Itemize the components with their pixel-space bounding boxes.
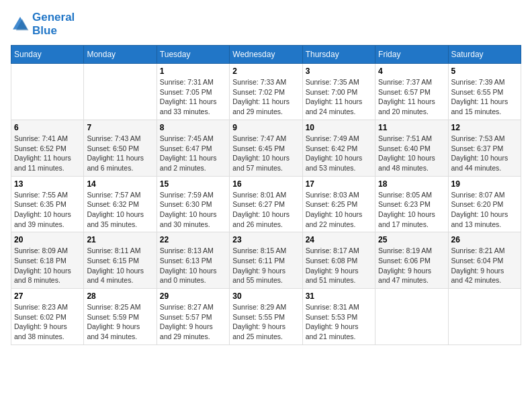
calendar-cell: 28Sunrise: 8:25 AM Sunset: 5:59 PM Dayli…	[84, 289, 157, 345]
day-info: Sunrise: 7:31 AM Sunset: 7:05 PM Dayligh…	[160, 77, 226, 117]
day-number: 11	[378, 123, 445, 132]
calendar-cell: 19Sunrise: 8:07 AM Sunset: 6:20 PM Dayli…	[448, 176, 521, 232]
day-info: Sunrise: 7:39 AM Sunset: 6:55 PM Dayligh…	[451, 77, 518, 117]
calendar-cell: 13Sunrise: 7:55 AM Sunset: 6:35 PM Dayli…	[11, 176, 84, 232]
day-info: Sunrise: 8:29 AM Sunset: 5:55 PM Dayligh…	[232, 302, 299, 342]
day-info: Sunrise: 8:27 AM Sunset: 5:57 PM Dayligh…	[160, 302, 226, 342]
calendar-cell: 25Sunrise: 8:19 AM Sunset: 6:06 PM Dayli…	[375, 232, 448, 289]
calendar-cell: 2Sunrise: 7:33 AM Sunset: 7:02 PM Daylig…	[230, 64, 302, 120]
day-number: 6	[14, 123, 81, 132]
day-info: Sunrise: 7:41 AM Sunset: 6:52 PM Dayligh…	[14, 134, 81, 173]
calendar-cell: 7Sunrise: 7:43 AM Sunset: 6:50 PM Daylig…	[84, 120, 157, 176]
day-number: 12	[451, 123, 518, 132]
day-info: Sunrise: 7:47 AM Sunset: 6:45 PM Dayligh…	[232, 134, 299, 173]
calendar-cell: 4Sunrise: 7:37 AM Sunset: 6:57 PM Daylig…	[375, 64, 448, 120]
header-day-tuesday: Tuesday	[157, 46, 229, 64]
header-day-saturday: Saturday	[448, 46, 521, 64]
day-number: 23	[232, 235, 299, 244]
day-info: Sunrise: 7:37 AM Sunset: 6:57 PM Dayligh…	[378, 77, 445, 117]
day-number: 2	[232, 66, 299, 76]
day-info: Sunrise: 8:19 AM Sunset: 6:06 PM Dayligh…	[378, 246, 445, 285]
calendar-cell: 30Sunrise: 8:29 AM Sunset: 5:55 PM Dayli…	[230, 289, 302, 345]
day-number: 24	[306, 235, 372, 244]
day-info: Sunrise: 8:25 AM Sunset: 5:59 PM Dayligh…	[87, 302, 153, 342]
day-info: Sunrise: 8:15 AM Sunset: 6:11 PM Dayligh…	[232, 246, 299, 285]
day-info: Sunrise: 7:51 AM Sunset: 6:40 PM Dayligh…	[378, 134, 445, 173]
day-number: 7	[87, 123, 153, 132]
day-number: 16	[232, 179, 299, 189]
calendar-cell: 27Sunrise: 8:23 AM Sunset: 6:02 PM Dayli…	[11, 289, 84, 345]
week-row-2: 6Sunrise: 7:41 AM Sunset: 6:52 PM Daylig…	[11, 120, 521, 176]
day-info: Sunrise: 8:17 AM Sunset: 6:08 PM Dayligh…	[306, 246, 372, 285]
calendar-cell: 20Sunrise: 8:09 AM Sunset: 6:18 PM Dayli…	[11, 232, 84, 289]
day-info: Sunrise: 8:23 AM Sunset: 6:02 PM Dayligh…	[14, 302, 81, 342]
day-info: Sunrise: 8:21 AM Sunset: 6:04 PM Dayligh…	[451, 246, 518, 285]
calendar-cell: 3Sunrise: 7:35 AM Sunset: 7:00 PM Daylig…	[302, 64, 375, 120]
calendar-cell: 26Sunrise: 8:21 AM Sunset: 6:04 PM Dayli…	[448, 232, 521, 289]
day-info: Sunrise: 8:03 AM Sunset: 6:25 PM Dayligh…	[306, 190, 372, 230]
day-number: 1	[160, 66, 226, 76]
day-number: 26	[451, 235, 518, 244]
day-number: 9	[232, 123, 299, 132]
day-number: 21	[87, 235, 153, 244]
day-info: Sunrise: 7:33 AM Sunset: 7:02 PM Dayligh…	[232, 77, 299, 117]
day-number: 28	[87, 291, 153, 301]
day-number: 19	[451, 179, 518, 189]
week-row-5: 27Sunrise: 8:23 AM Sunset: 6:02 PM Dayli…	[11, 289, 521, 345]
calendar-cell: 14Sunrise: 7:57 AM Sunset: 6:32 PM Dayli…	[84, 176, 157, 232]
calendar-cell	[84, 64, 157, 120]
day-info: Sunrise: 8:31 AM Sunset: 5:53 PM Dayligh…	[306, 302, 372, 342]
header-day-monday: Monday	[84, 46, 157, 64]
day-number: 25	[378, 235, 445, 244]
calendar-cell: 23Sunrise: 8:15 AM Sunset: 6:11 PM Dayli…	[230, 232, 302, 289]
day-number: 3	[306, 66, 372, 76]
calendar-cell: 18Sunrise: 8:05 AM Sunset: 6:23 PM Dayli…	[375, 176, 448, 232]
day-number: 8	[160, 123, 226, 132]
calendar-cell: 29Sunrise: 8:27 AM Sunset: 5:57 PM Dayli…	[157, 289, 229, 345]
calendar-cell: 15Sunrise: 7:59 AM Sunset: 6:30 PM Dayli…	[157, 176, 229, 232]
calendar-cell: 17Sunrise: 8:03 AM Sunset: 6:25 PM Dayli…	[302, 176, 375, 232]
calendar-cell: 9Sunrise: 7:47 AM Sunset: 6:45 PM Daylig…	[230, 120, 302, 176]
header-day-thursday: Thursday	[302, 46, 375, 64]
day-info: Sunrise: 7:43 AM Sunset: 6:50 PM Dayligh…	[87, 134, 153, 173]
calendar-cell: 12Sunrise: 7:53 AM Sunset: 6:37 PM Dayli…	[448, 120, 521, 176]
calendar-cell	[448, 289, 521, 345]
day-info: Sunrise: 8:13 AM Sunset: 6:13 PM Dayligh…	[160, 246, 226, 285]
header-day-friday: Friday	[375, 46, 448, 64]
day-info: Sunrise: 7:35 AM Sunset: 7:00 PM Dayligh…	[306, 77, 372, 117]
day-info: Sunrise: 8:11 AM Sunset: 6:15 PM Dayligh…	[87, 246, 153, 285]
day-info: Sunrise: 8:01 AM Sunset: 6:27 PM Dayligh…	[232, 190, 299, 230]
calendar-cell: 21Sunrise: 8:11 AM Sunset: 6:15 PM Dayli…	[84, 232, 157, 289]
logo: General Blue	[11, 11, 75, 37]
day-info: Sunrise: 7:57 AM Sunset: 6:32 PM Dayligh…	[87, 190, 153, 230]
day-info: Sunrise: 7:59 AM Sunset: 6:30 PM Dayligh…	[160, 190, 226, 230]
days-header-row: SundayMondayTuesdayWednesdayThursdayFrid…	[11, 46, 521, 64]
page-header: General Blue	[11, 11, 521, 37]
day-number: 4	[378, 66, 445, 76]
calendar-cell: 1Sunrise: 7:31 AM Sunset: 7:05 PM Daylig…	[157, 64, 229, 120]
day-number: 27	[14, 291, 81, 301]
day-info: Sunrise: 8:07 AM Sunset: 6:20 PM Dayligh…	[451, 190, 518, 230]
day-info: Sunrise: 7:49 AM Sunset: 6:42 PM Dayligh…	[306, 134, 372, 173]
day-info: Sunrise: 8:05 AM Sunset: 6:23 PM Dayligh…	[378, 190, 445, 230]
day-number: 15	[160, 179, 226, 189]
calendar-cell: 22Sunrise: 8:13 AM Sunset: 6:13 PM Dayli…	[157, 232, 229, 289]
day-info: Sunrise: 7:45 AM Sunset: 6:47 PM Dayligh…	[160, 134, 226, 173]
week-row-1: 1Sunrise: 7:31 AM Sunset: 7:05 PM Daylig…	[11, 64, 521, 120]
calendar-cell: 5Sunrise: 7:39 AM Sunset: 6:55 PM Daylig…	[448, 64, 521, 120]
calendar-cell: 31Sunrise: 8:31 AM Sunset: 5:53 PM Dayli…	[302, 289, 375, 345]
day-info: Sunrise: 8:09 AM Sunset: 6:18 PM Dayligh…	[14, 246, 81, 285]
day-number: 29	[160, 291, 226, 301]
day-number: 17	[306, 179, 372, 189]
day-number: 22	[160, 235, 226, 244]
calendar-cell: 8Sunrise: 7:45 AM Sunset: 6:47 PM Daylig…	[157, 120, 229, 176]
week-row-3: 13Sunrise: 7:55 AM Sunset: 6:35 PM Dayli…	[11, 176, 521, 232]
header-day-wednesday: Wednesday	[230, 46, 302, 64]
header-day-sunday: Sunday	[11, 46, 84, 64]
logo-text: General Blue	[32, 11, 75, 37]
day-number: 31	[306, 291, 372, 301]
day-number: 14	[87, 179, 153, 189]
week-row-4: 20Sunrise: 8:09 AM Sunset: 6:18 PM Dayli…	[11, 232, 521, 289]
day-number: 5	[451, 66, 518, 76]
calendar-cell	[11, 64, 84, 120]
